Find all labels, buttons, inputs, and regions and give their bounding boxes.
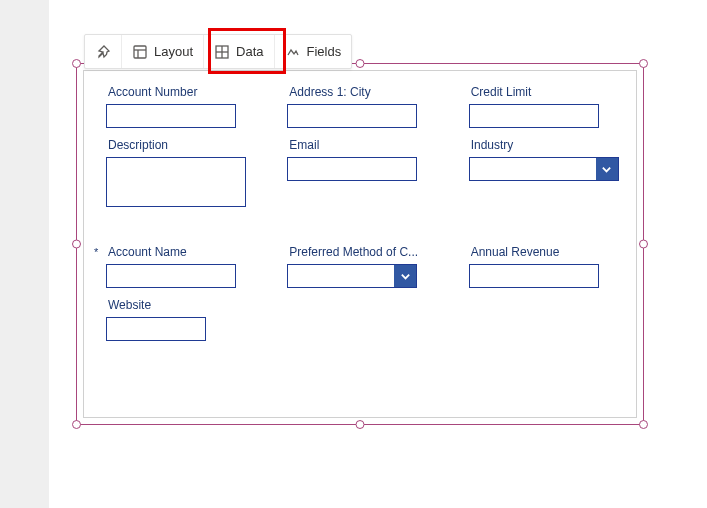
field-label: Website	[108, 298, 259, 312]
text-input[interactable]	[287, 104, 417, 128]
grid-icon	[214, 44, 230, 60]
field-label: Credit Limit	[471, 85, 622, 99]
layout-label: Layout	[154, 44, 193, 59]
fields-button[interactable]: Fields	[275, 35, 352, 68]
textarea-input[interactable]	[106, 157, 246, 207]
text-input[interactable]	[106, 104, 236, 128]
pin-icon	[95, 44, 111, 60]
field-account-number[interactable]: Account Number	[106, 85, 259, 128]
field-preferred-method[interactable]: Preferred Method of C...	[287, 245, 440, 288]
resize-handle-bottom-right[interactable]	[639, 420, 648, 429]
form-card-selection[interactable]: Account Number Address 1: City Credit Li…	[76, 63, 644, 425]
field-label: Email	[289, 138, 440, 152]
data-button[interactable]: Data	[204, 35, 274, 68]
field-description[interactable]: Description	[106, 138, 259, 207]
field-credit-limit[interactable]: Credit Limit	[469, 85, 622, 128]
resize-handle-mid-right[interactable]	[639, 240, 648, 249]
field-label: Account Name	[108, 245, 259, 259]
field-annual-revenue[interactable]: Annual Revenue	[469, 245, 622, 288]
chevron-down-icon	[596, 158, 618, 180]
layout-button[interactable]: Layout	[122, 35, 204, 68]
resize-handle-top-left[interactable]	[72, 59, 81, 68]
resize-handle-top-right[interactable]	[639, 59, 648, 68]
group-gap	[106, 217, 622, 235]
field-account-name[interactable]: * Account Name	[106, 245, 259, 288]
fields-label: Fields	[307, 44, 342, 59]
resize-handle-bottom-left[interactable]	[72, 420, 81, 429]
data-label: Data	[236, 44, 263, 59]
field-email[interactable]: Email	[287, 138, 440, 207]
floating-toolbar: Layout Data Fields	[84, 34, 352, 69]
required-indicator: *	[94, 246, 98, 258]
field-website[interactable]: Website	[106, 298, 259, 341]
text-input[interactable]	[106, 264, 236, 288]
select-input[interactable]	[469, 157, 619, 181]
field-label: Preferred Method of C...	[289, 245, 440, 259]
resize-handle-top-mid[interactable]	[356, 59, 365, 68]
field-industry[interactable]: Industry	[469, 138, 622, 207]
field-label: Annual Revenue	[471, 245, 622, 259]
layout-icon	[132, 44, 148, 60]
chevron-down-icon	[394, 265, 416, 287]
svg-rect-0	[134, 46, 146, 58]
resize-handle-mid-left[interactable]	[72, 240, 81, 249]
field-label: Industry	[471, 138, 622, 152]
resize-handle-bottom-mid[interactable]	[356, 420, 365, 429]
field-label: Address 1: City	[289, 85, 440, 99]
field-label: Description	[108, 138, 259, 152]
field-label: Account Number	[108, 85, 259, 99]
form-card: Account Number Address 1: City Credit Li…	[83, 70, 637, 418]
text-input[interactable]	[469, 104, 599, 128]
field-address1-city[interactable]: Address 1: City	[287, 85, 440, 128]
text-input[interactable]	[469, 264, 599, 288]
select-input[interactable]	[287, 264, 417, 288]
form-grid: Account Number Address 1: City Credit Li…	[106, 85, 622, 341]
pin-button[interactable]	[85, 35, 122, 68]
fields-icon	[285, 44, 301, 60]
text-input[interactable]	[106, 317, 206, 341]
text-input[interactable]	[287, 157, 417, 181]
